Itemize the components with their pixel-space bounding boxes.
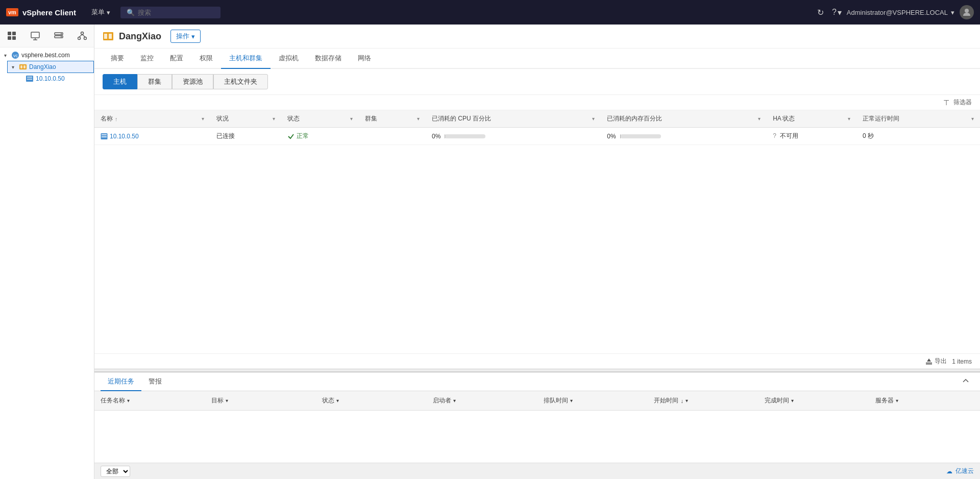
filter-label[interactable]: 筛选器 xyxy=(953,98,972,107)
vsphere-icon: vc xyxy=(11,51,19,59)
search-area[interactable]: 🔍 xyxy=(120,7,220,18)
table-header-row: 名称 状况 xyxy=(94,110,980,128)
bottom-col-start-time-label: 开始时间 xyxy=(654,396,678,405)
sidebar-icon-network[interactable] xyxy=(70,27,94,45)
filter-icon[interactable]: ⊤ xyxy=(943,99,949,107)
sub-tab-hosts[interactable]: 主机 xyxy=(103,74,137,89)
sidebar-icon-storage[interactable] xyxy=(47,27,70,45)
checkmark-icon xyxy=(287,133,295,140)
export-button[interactable]: 导出 xyxy=(925,357,947,366)
cell-mem: 0% xyxy=(601,128,767,145)
bottom-col-status[interactable]: 状态 xyxy=(316,394,427,407)
col-cluster-filter-icon xyxy=(417,116,420,122)
col-mem[interactable]: 已消耗的内存百分比 xyxy=(601,110,767,128)
svg-rect-30 xyxy=(102,136,107,137)
nav-icons: ↻ ? xyxy=(817,8,842,17)
user-menu[interactable]: Administrator@VSPHERE.LOCAL xyxy=(847,9,954,16)
sidebar-icon-home[interactable] xyxy=(0,27,23,45)
col-cluster[interactable]: 群集 xyxy=(359,110,426,128)
uptime-value: 0 秒 xyxy=(863,132,874,139)
top-navigation: vm vSphere Client 菜单 🔍 ↻ ? Administrator… xyxy=(0,0,980,25)
svg-line-16 xyxy=(82,35,85,37)
col-name[interactable]: 名称 xyxy=(94,110,210,128)
sidebar-icon-monitor[interactable] xyxy=(23,27,47,45)
menu-button[interactable]: 菜单 xyxy=(86,6,115,19)
col-cpu[interactable]: 已消耗的 CPU 百分比 xyxy=(426,110,601,128)
sub-tab-host-folders[interactable]: 主机文件夹 xyxy=(213,74,268,89)
bottom-col-task-name[interactable]: 任务名称 xyxy=(94,394,205,407)
sidebar: ▾ vc vsphere.best.com ▾ DangXiao xyxy=(0,25,94,479)
ha-value: 不可用 xyxy=(780,132,798,139)
tree-item-host[interactable]: 10.10.0.50 xyxy=(14,73,94,84)
tab-hosts-clusters[interactable]: 主机和群集 xyxy=(221,49,271,69)
bottom-col-queue-time[interactable]: 排队时间 xyxy=(537,394,648,407)
status-bar: 全部 ☁ 亿速云 xyxy=(94,463,980,479)
cell-uptime: 0 秒 xyxy=(856,128,980,145)
col-cpu-filter-icon xyxy=(592,116,595,122)
page-title: DangXiao xyxy=(119,31,161,42)
col-cluster-label: 群集 xyxy=(365,114,377,123)
host-icon xyxy=(26,75,34,83)
col-ha[interactable]: HA 状态 xyxy=(767,110,856,128)
col-uptime[interactable]: 正常运行时间 xyxy=(856,110,980,128)
svg-rect-3 xyxy=(8,36,11,40)
svg-rect-24 xyxy=(27,79,32,80)
refresh-icon[interactable]: ↻ xyxy=(817,8,824,17)
tab-vms[interactable]: 虚拟机 xyxy=(271,49,307,69)
bottom-col-complete-time[interactable]: 完成时间 xyxy=(758,394,869,407)
svg-text:vc: vc xyxy=(13,53,18,58)
sort-name-icon xyxy=(115,116,118,122)
tree-item-root[interactable]: ▾ vc vsphere.best.com xyxy=(0,50,94,61)
collapse-button[interactable] xyxy=(958,375,974,389)
bottom-table-header: 任务名称 目标 状态 启动者 排队时间 xyxy=(94,391,980,411)
status-bar-left: 全部 xyxy=(101,466,130,477)
svg-rect-20 xyxy=(20,65,22,68)
sub-tab-clusters[interactable]: 群集 xyxy=(137,74,172,89)
bottom-col-target-label: 目标 xyxy=(211,396,224,405)
bottom-tab-recent-tasks[interactable]: 近期任务 xyxy=(101,373,141,391)
host-link[interactable]: 10.10.0.50 xyxy=(101,133,204,140)
svg-rect-4 xyxy=(12,36,16,40)
svg-point-13 xyxy=(78,37,81,40)
host-row-icon xyxy=(101,133,108,140)
col-status2[interactable]: 状态 xyxy=(281,110,359,128)
bottom-col-initiator[interactable]: 启动者 xyxy=(427,394,537,407)
help-chevron-icon xyxy=(838,8,842,17)
cell-ha: ? 不可用 xyxy=(767,128,856,145)
svg-point-0 xyxy=(965,9,969,13)
col-ha-filter-icon xyxy=(848,116,850,122)
col-cpu-label: 已消耗的 CPU 百分比 xyxy=(432,114,491,123)
actions-button[interactable]: 操作 xyxy=(170,30,201,43)
tab-permissions[interactable]: 权限 xyxy=(191,49,221,69)
sub-tab-resource-pools[interactable]: 资源池 xyxy=(172,74,213,89)
tab-networks[interactable]: 网络 xyxy=(350,49,379,69)
col-status1[interactable]: 状况 xyxy=(210,110,281,128)
svg-rect-1 xyxy=(8,32,11,35)
tab-summary[interactable]: 摘要 xyxy=(103,49,132,69)
col-uptime-label: 正常运行时间 xyxy=(863,114,899,123)
svg-point-14 xyxy=(84,37,87,40)
tree-label-dangxiao: DangXiao xyxy=(29,63,56,70)
svg-rect-29 xyxy=(102,134,107,135)
bottom-col-complete-time-label: 完成时间 xyxy=(765,396,789,405)
tab-monitor[interactable]: 监控 xyxy=(132,49,162,69)
status-filter-select[interactable]: 全部 xyxy=(101,466,130,477)
vm-logo: vm xyxy=(6,8,18,16)
export-icon xyxy=(925,358,933,365)
content-header: DangXiao 操作 xyxy=(94,25,980,49)
avatar[interactable] xyxy=(960,5,974,19)
svg-rect-32 xyxy=(926,364,932,365)
tree-label-root: vsphere.best.com xyxy=(21,52,70,59)
svg-point-11 xyxy=(61,36,62,37)
bottom-col-target[interactable]: 目标 xyxy=(205,394,316,407)
expand-icon: ▾ xyxy=(4,53,11,58)
bottom-tab-alarms[interactable]: 警报 xyxy=(141,373,169,391)
help-button[interactable]: ? xyxy=(832,8,842,17)
bottom-col-start-time[interactable]: 开始时间 xyxy=(648,394,758,407)
tab-datastores[interactable]: 数据存储 xyxy=(307,49,350,69)
host-name: 10.10.0.50 xyxy=(110,133,139,140)
tree-item-dangxiao[interactable]: ▾ DangXiao xyxy=(7,61,94,73)
bottom-col-server[interactable]: 服务器 xyxy=(869,394,980,407)
search-input[interactable] xyxy=(138,9,214,16)
tab-configure[interactable]: 配置 xyxy=(162,49,191,69)
